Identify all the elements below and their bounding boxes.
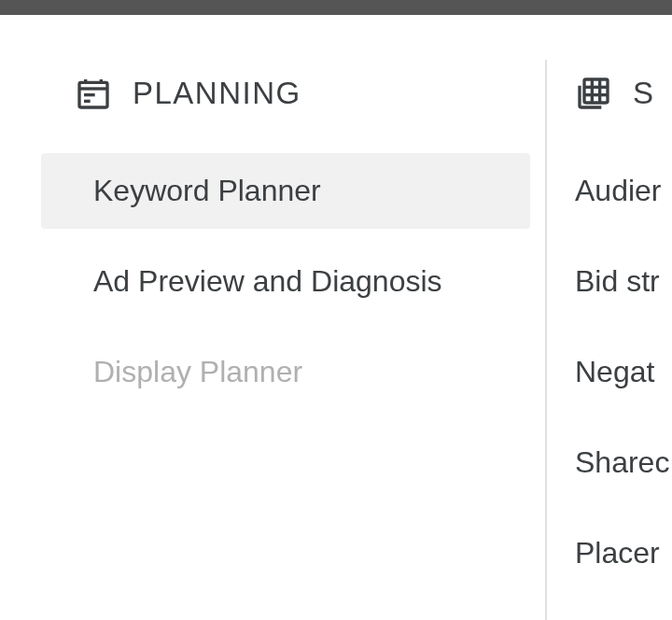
- tools-panel: PLANNING Keyword Planner Ad Preview and …: [7, 30, 672, 620]
- menu-negative-keywords[interactable]: Negat: [575, 334, 672, 410]
- menu-ad-preview-diagnosis[interactable]: Ad Preview and Diagnosis: [41, 244, 530, 319]
- window-top-bar: [0, 0, 672, 15]
- menu-shared-budgets[interactable]: Sharec: [575, 425, 672, 500]
- menu-item-label: Placer: [575, 536, 660, 570]
- menu-bid-strategies[interactable]: Bid str: [575, 244, 672, 319]
- shared-library-header-label: S: [633, 76, 655, 111]
- shared-library-column: S Audier Bid str Negat Sharec Placer: [538, 30, 672, 620]
- calendar-list-icon: [75, 75, 112, 112]
- menu-audiences[interactable]: Audier: [575, 153, 672, 229]
- svg-rect-6: [584, 79, 608, 103]
- menu-display-planner: Display Planner: [41, 334, 530, 410]
- menu-item-label: Bid str: [575, 264, 660, 298]
- menu-item-label: Keyword Planner: [93, 174, 321, 207]
- menu-item-label: Negat: [575, 355, 654, 388]
- menu-item-label: Sharec: [575, 445, 669, 479]
- column-divider: [545, 60, 547, 620]
- menu-keyword-planner[interactable]: Keyword Planner: [41, 153, 530, 229]
- menu-item-label: Ad Preview and Diagnosis: [93, 264, 442, 298]
- grid-icon: [575, 75, 612, 112]
- planning-column: PLANNING Keyword Planner Ad Preview and …: [7, 30, 538, 620]
- menu-item-label: Audier: [575, 174, 662, 207]
- shared-library-header: S: [575, 75, 672, 153]
- menu-placement-exclusions[interactable]: Placer: [575, 515, 672, 591]
- planning-header: PLANNING: [7, 75, 538, 153]
- planning-header-label: PLANNING: [133, 76, 301, 111]
- menu-item-label: Display Planner: [93, 355, 302, 388]
